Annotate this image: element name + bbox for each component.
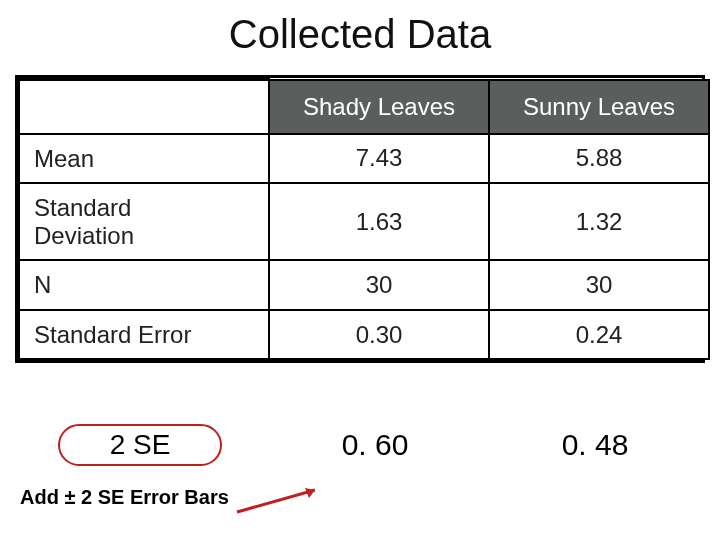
- table-row: Standard Deviation 1.63 1.32: [19, 183, 709, 260]
- extra-v2: 0. 48: [485, 428, 705, 462]
- data-table-wrap: Shady Leaves Sunny Leaves Mean 7.43 5.88…: [15, 75, 705, 363]
- data-table: Shady Leaves Sunny Leaves Mean 7.43 5.88…: [18, 78, 710, 360]
- extra-label: 2 SE: [58, 424, 223, 466]
- arrow-icon: [235, 480, 330, 520]
- table-row: N 30 30: [19, 260, 709, 310]
- cell-se-shady: 0.30: [269, 310, 489, 360]
- cell-mean-sunny: 5.88: [489, 134, 709, 184]
- table-header-row: Shady Leaves Sunny Leaves: [19, 80, 709, 134]
- annotation-text: Add ± 2 SE Error Bars: [20, 486, 229, 509]
- row-label-n: N: [19, 260, 269, 310]
- row-label-se: Standard Error: [19, 310, 269, 360]
- cell-n-sunny: 30: [489, 260, 709, 310]
- table-row: Standard Error 0.30 0.24: [19, 310, 709, 360]
- row-label-sd: Standard Deviation: [19, 183, 269, 260]
- cell-mean-shady: 7.43: [269, 134, 489, 184]
- cell-se-sunny: 0.24: [489, 310, 709, 360]
- header-empty: [19, 80, 269, 134]
- slide: Collected Data Shady Leaves Sunny Leaves…: [0, 0, 720, 540]
- page-title: Collected Data: [0, 12, 720, 57]
- svg-line-0: [237, 490, 315, 512]
- header-sunny: Sunny Leaves: [489, 80, 709, 134]
- row-label-mean: Mean: [19, 134, 269, 184]
- svg-marker-1: [305, 488, 315, 498]
- extra-v1: 0. 60: [265, 428, 485, 462]
- extra-row: 2 SE 0. 60 0. 48: [15, 424, 705, 466]
- header-shady: Shady Leaves: [269, 80, 489, 134]
- table-row: Mean 7.43 5.88: [19, 134, 709, 184]
- extra-label-cell: 2 SE: [15, 424, 265, 466]
- cell-sd-sunny: 1.32: [489, 183, 709, 260]
- cell-n-shady: 30: [269, 260, 489, 310]
- cell-sd-shady: 1.63: [269, 183, 489, 260]
